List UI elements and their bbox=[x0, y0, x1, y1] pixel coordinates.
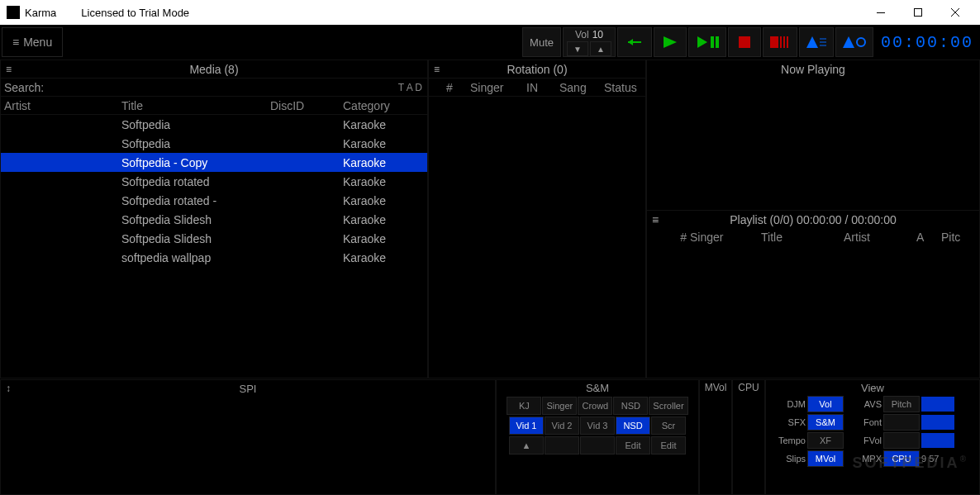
stop-button[interactable] bbox=[728, 27, 761, 57]
pl-col-title[interactable]: Title bbox=[761, 231, 844, 244]
media-title: Media (8) bbox=[189, 63, 238, 76]
play-pause-button[interactable] bbox=[688, 27, 726, 57]
view-button[interactable] bbox=[883, 432, 920, 449]
svg-rect-12 bbox=[780, 36, 782, 48]
volume-control: Vol 10 ▼ ▲ bbox=[563, 27, 616, 57]
svg-marker-15 bbox=[806, 36, 818, 48]
table-row[interactable]: Softpedia - CopyKaraoke bbox=[1, 153, 427, 172]
col-category[interactable]: Category bbox=[343, 99, 416, 112]
playlist-title: Playlist (0/0) 00:00:00 / 00:00:00 bbox=[730, 213, 897, 226]
spi-panel: ↕ SPI bbox=[0, 379, 496, 495]
media-menu-icon[interactable]: ≡ bbox=[6, 64, 12, 75]
now-playing-panel: Now Playing ≡ Playlist (0/0) 00:00:00 / … bbox=[646, 59, 980, 378]
svg-point-20 bbox=[857, 38, 865, 46]
view-bar[interactable] bbox=[921, 433, 954, 448]
prev-button[interactable] bbox=[617, 27, 652, 57]
view-bar[interactable] bbox=[921, 415, 954, 430]
hamburger-icon: ≡ bbox=[12, 36, 18, 49]
rotation-title: Rotation (0) bbox=[507, 63, 567, 76]
svg-rect-8 bbox=[711, 36, 714, 48]
table-row[interactable]: SoftpediaKaraoke bbox=[1, 134, 427, 153]
timecode: 00:00:00 bbox=[874, 33, 980, 52]
view-bar[interactable] bbox=[921, 397, 954, 412]
sm-button[interactable]: Edit bbox=[616, 436, 650, 455]
view-panel: View DJM Vol AVS Pitch SFX S&M Font Temp… bbox=[765, 379, 980, 495]
maximize-button[interactable] bbox=[899, 0, 936, 25]
table-row[interactable]: softpedia wallpapKaraoke bbox=[1, 248, 427, 267]
view-button[interactable]: MVol bbox=[807, 450, 844, 467]
col-sang[interactable]: Sang bbox=[559, 81, 604, 94]
sm-button[interactable]: Scr bbox=[651, 416, 686, 435]
play-button[interactable] bbox=[654, 27, 687, 57]
col-status[interactable]: Status bbox=[604, 81, 645, 94]
col-discid[interactable]: DiscID bbox=[270, 99, 343, 112]
svg-rect-10 bbox=[739, 36, 750, 48]
sm-button[interactable] bbox=[545, 436, 579, 455]
tad-label[interactable]: T A D bbox=[393, 82, 427, 93]
col-title[interactable]: Title bbox=[121, 99, 270, 112]
sm-tab[interactable]: Singer bbox=[542, 397, 577, 415]
sm-button[interactable]: NSD bbox=[616, 416, 650, 435]
mvol-panel: MVol bbox=[699, 379, 732, 495]
view-button[interactable]: Pitch bbox=[883, 396, 920, 412]
pl-col-a[interactable]: A bbox=[916, 231, 941, 244]
minimize-button[interactable] bbox=[862, 0, 899, 25]
now-playing-title: Now Playing bbox=[647, 60, 979, 79]
sm-button[interactable]: Edit bbox=[651, 436, 686, 455]
view-button[interactable] bbox=[883, 414, 920, 431]
blue-cycle-button[interactable] bbox=[835, 27, 873, 57]
svg-marker-6 bbox=[664, 36, 677, 48]
blue-up-button[interactable] bbox=[799, 27, 834, 57]
close-button[interactable] bbox=[936, 0, 973, 25]
pl-col-artist[interactable]: Artist bbox=[844, 231, 916, 244]
rotation-panel: ≡ Rotation (0) # Singer IN Sang Status bbox=[428, 59, 646, 378]
pl-col-num[interactable]: # bbox=[647, 231, 690, 244]
table-row[interactable]: SoftpediaKaraoke bbox=[1, 115, 427, 134]
sm-tab[interactable]: Crowd bbox=[578, 397, 612, 415]
col-artist[interactable]: Artist bbox=[1, 99, 121, 112]
svg-rect-0 bbox=[877, 12, 885, 13]
view-button[interactable]: XF bbox=[807, 432, 844, 449]
sm-tab[interactable]: NSD bbox=[613, 397, 648, 415]
sm-button[interactable]: Vid 3 bbox=[580, 416, 615, 435]
svg-rect-11 bbox=[770, 36, 778, 48]
sm-tab[interactable]: KJ bbox=[507, 397, 541, 415]
table-row[interactable]: Softpedia SlideshKaraoke bbox=[1, 229, 427, 248]
sm-button[interactable]: Vid 2 bbox=[545, 416, 579, 435]
table-row[interactable]: Softpedia rotatedKaraoke bbox=[1, 172, 427, 191]
col-num[interactable]: # bbox=[429, 81, 470, 94]
sm-button[interactable]: Vid 1 bbox=[509, 416, 544, 435]
app-icon bbox=[7, 6, 20, 19]
table-row[interactable]: Softpedia rotated -Karaoke bbox=[1, 191, 427, 210]
resize-icon[interactable]: ↕ bbox=[6, 383, 11, 394]
svg-marker-7 bbox=[697, 36, 707, 48]
playlist-menu-icon[interactable]: ≡ bbox=[652, 213, 659, 226]
svg-rect-1 bbox=[914, 9, 921, 17]
pl-col-singer[interactable]: Singer bbox=[690, 231, 761, 244]
search-input[interactable] bbox=[47, 81, 393, 94]
menu-button[interactable]: ≡ Menu bbox=[2, 27, 63, 57]
media-panel: ≡ Media (8) Search: T A D Artist Title D… bbox=[0, 59, 428, 378]
rotation-menu-icon[interactable]: ≡ bbox=[434, 64, 440, 75]
mute-button[interactable]: Mute bbox=[522, 27, 561, 57]
view-button[interactable]: Vol bbox=[807, 396, 844, 412]
volume-down-button[interactable]: ▼ bbox=[567, 41, 588, 56]
col-singer[interactable]: Singer bbox=[470, 81, 526, 94]
view-button[interactable]: S&M bbox=[807, 414, 844, 431]
col-in[interactable]: IN bbox=[526, 81, 559, 94]
sm-tab[interactable]: Scroller bbox=[649, 397, 687, 415]
pl-col-pitc[interactable]: Pitc bbox=[941, 231, 974, 244]
view-button[interactable]: CPU bbox=[883, 450, 920, 467]
record-button[interactable] bbox=[763, 27, 797, 57]
sm-panel: S&M KJSingerCrowdNSDScroller Vid 1Vid 2V… bbox=[496, 379, 699, 495]
cpu-panel: CPU bbox=[732, 379, 765, 495]
toolbar: ≡ Menu Mute Vol 10 ▼ ▲ 00:00:00 bbox=[0, 25, 980, 59]
svg-rect-14 bbox=[787, 36, 788, 48]
app-title: Karma bbox=[25, 7, 56, 19]
volume-up-button[interactable]: ▲ bbox=[590, 41, 611, 56]
sm-button[interactable]: ▲ bbox=[509, 436, 544, 455]
sm-button[interactable] bbox=[580, 436, 615, 455]
table-row[interactable]: Softpedia SlideshKaraoke bbox=[1, 210, 427, 229]
svg-marker-19 bbox=[843, 36, 854, 48]
titlebar: Karma Licensed to Trial Mode bbox=[0, 0, 980, 25]
